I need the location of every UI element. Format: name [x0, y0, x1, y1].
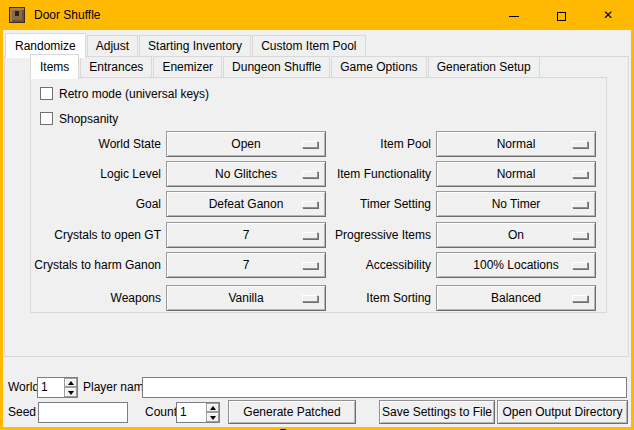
item-sorting-dropdown[interactable]: Balanced	[436, 285, 596, 311]
maximize-button[interactable]	[541, 0, 581, 30]
item-sorting-label: Item Sorting	[281, 285, 431, 311]
progressive-items-value: On	[508, 228, 524, 242]
count-value: 1	[180, 403, 187, 422]
seed-input[interactable]	[38, 402, 128, 423]
minimize-icon	[509, 16, 519, 17]
window-title: Door Shuffle	[34, 0, 101, 30]
crystals-ganon-label: Crystals to harm Ganon	[31, 252, 161, 278]
logic-level-value: No Glitches	[215, 167, 277, 181]
count-label: Count	[145, 402, 177, 423]
worlds-value: 1	[41, 378, 48, 397]
close-icon: ✕	[603, 8, 613, 22]
progressive-items-dropdown[interactable]: On	[436, 222, 596, 248]
arrow-up-icon	[68, 381, 74, 385]
accessibility-dropdown[interactable]: 100% Locations	[436, 252, 596, 278]
close-button[interactable]: ✕	[588, 0, 628, 30]
dropdown-indicator-icon	[572, 201, 588, 208]
shopsanity-checkbox-row[interactable]: Shopsanity	[40, 111, 118, 125]
tab-entrances[interactable]: Entrances	[80, 56, 152, 78]
spin-down-button[interactable]	[206, 412, 219, 422]
item-pool-value: Normal	[497, 137, 536, 151]
count-spinbox[interactable]: 1	[176, 402, 220, 423]
item-sorting-value: Balanced	[491, 291, 541, 305]
retro-mode-checkbox-row[interactable]: Retro mode (universal keys)	[40, 86, 209, 100]
secondary-tab-bar: Items Entrances Enemizer Dungeon Shuffle…	[30, 56, 541, 78]
count-spin-buttons	[206, 403, 219, 422]
item-pool-label: Item Pool	[281, 131, 431, 157]
player-names-input[interactable]	[142, 377, 627, 398]
retro-mode-checkbox[interactable]	[40, 87, 53, 100]
dropdown-indicator-icon	[572, 262, 588, 269]
item-functionality-label: Item Functionality	[281, 161, 431, 187]
tab-game-options[interactable]: Game Options	[331, 56, 426, 78]
weapons-label: Weapons	[31, 285, 161, 311]
item-functionality-dropdown[interactable]: Normal	[436, 161, 596, 187]
dropdown-indicator-icon	[572, 171, 588, 178]
door-icon	[9, 7, 25, 23]
shopsanity-label: Shopsanity	[59, 112, 118, 126]
timer-setting-label: Timer Setting	[281, 191, 431, 217]
tab-enemizer[interactable]: Enemizer	[153, 56, 222, 78]
retro-mode-label: Retro mode (universal keys)	[59, 87, 209, 101]
crystals-gt-value: 7	[243, 228, 250, 242]
shopsanity-checkbox[interactable]	[40, 112, 53, 125]
dropdown-indicator-icon	[572, 141, 588, 148]
tab-items[interactable]: Items	[30, 54, 79, 79]
generate-patched-rom-button[interactable]: Generate Patched Rom	[228, 400, 356, 424]
items-tab-pane: Retro mode (universal keys) Shopsanity W…	[30, 77, 607, 313]
worlds-spin-buttons	[64, 378, 77, 397]
logic-level-label: Logic Level	[31, 161, 161, 187]
goal-label: Goal	[31, 191, 161, 217]
arrow-up-icon	[210, 406, 216, 410]
tab-custom-item-pool[interactable]: Custom Item Pool	[252, 35, 365, 57]
maximize-icon	[557, 12, 566, 21]
tab-generation-setup[interactable]: Generation Setup	[428, 56, 540, 78]
accessibility-label: Accessibility	[281, 252, 431, 278]
crystals-gt-label: Crystals to open GT	[31, 222, 161, 248]
minimize-button[interactable]	[494, 0, 534, 30]
timer-setting-dropdown[interactable]: No Timer	[436, 191, 596, 217]
weapons-value: Vanilla	[228, 291, 263, 305]
arrow-down-icon	[68, 391, 74, 395]
spin-up-button[interactable]	[206, 403, 219, 412]
tab-adjust[interactable]: Adjust	[87, 35, 138, 57]
goal-value: Defeat Ganon	[209, 197, 284, 211]
item-pool-dropdown[interactable]: Normal	[436, 131, 596, 157]
crystals-ganon-value: 7	[243, 258, 250, 272]
timer-setting-value: No Timer	[492, 197, 541, 211]
dropdown-indicator-icon	[572, 232, 588, 239]
world-state-value: Open	[231, 137, 260, 151]
spin-up-button[interactable]	[64, 378, 77, 387]
tab-dungeon-shuffle[interactable]: Dungeon Shuffle	[223, 56, 330, 78]
tab-starting-inventory[interactable]: Starting Inventory	[139, 35, 251, 57]
window-border-left	[0, 30, 3, 430]
progressive-items-label: Progressive Items	[281, 222, 431, 248]
item-functionality-value: Normal	[497, 167, 536, 181]
dropdown-indicator-icon	[572, 295, 588, 302]
world-state-label: World State	[31, 131, 161, 157]
accessibility-value: 100% Locations	[473, 258, 558, 272]
spin-down-button[interactable]	[64, 387, 77, 397]
arrow-down-icon	[210, 416, 216, 420]
worlds-spinbox[interactable]: 1	[37, 377, 78, 398]
door-shuffle-window: Door Shuffle ✕ Randomize Adjust Starting…	[0, 0, 634, 430]
save-settings-button[interactable]: Save Settings to File	[379, 400, 495, 424]
open-output-directory-button[interactable]: Open Output Directory	[497, 400, 628, 424]
